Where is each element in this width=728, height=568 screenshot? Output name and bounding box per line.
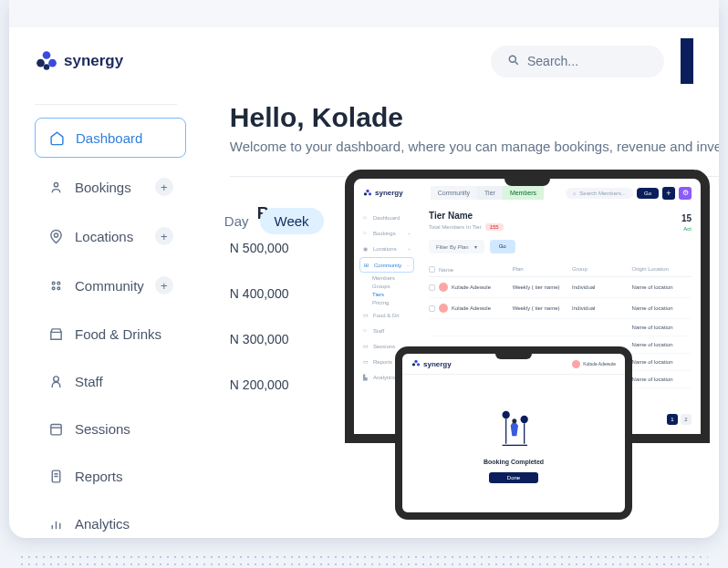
community-icon: ⊞ [364,262,370,268]
mini-tab-tier[interactable]: Tier [477,186,503,200]
logo-mark-icon [35,49,58,73]
table-row[interactable]: Kolade Adewole Weekly ( tier name)Indivi… [429,298,692,319]
page-subtitle: Welcome to your dashboard, where you can… [230,139,719,154]
mini-tab-members[interactable]: Members [503,186,544,200]
svg-point-21 [366,189,369,191]
range-label-day[interactable]: Day [224,213,249,229]
svg-point-22 [364,192,367,195]
page-2[interactable]: 2 [681,414,692,425]
svg-point-9 [57,282,59,284]
brand-name: synergy [64,52,123,70]
tablet-logo: synergy [411,359,452,368]
avatar [439,283,448,292]
search-placeholder: Search... [527,54,578,68]
sidebar-item-food[interactable]: Food & Drinks [35,315,186,353]
expand-icon[interactable]: + [407,231,411,236]
sidebar-item-sessions[interactable]: Sessions [35,409,186,448]
search-icon: ⌕ [573,191,577,196]
page-1[interactable]: 1 [667,414,678,425]
collapse-icon[interactable]: − [406,263,410,268]
svg-point-2 [48,59,57,67]
search-submit-button[interactable] [681,38,693,84]
chevron-down-icon: ▾ [474,243,477,250]
calendar-icon [47,420,64,437]
avatar [572,360,580,368]
corner-status: Act [683,226,692,232]
mini-nav-bookings[interactable]: ○Bookings+ [359,226,414,240]
mini-search-input[interactable]: ⌕ Search Members... [566,188,633,199]
corner-count: 15 [681,213,692,223]
checkbox[interactable] [429,305,435,312]
mini-nav-staff[interactable]: ○Staff [359,324,414,337]
pin-icon [47,228,64,244]
add-button[interactable]: + [662,187,675,200]
search-input[interactable]: Search... [491,46,664,77]
sidebar-item-dashboard[interactable]: Dashboard [35,118,186,158]
mini-sub-tiers[interactable]: Tiers [359,292,414,297]
chart-range-tabs: Day Week [224,208,324,234]
document-icon: ▭ [363,358,369,365]
sidebar-item-bookings[interactable]: Bookings + [35,167,186,207]
header: synergy Search... [9,27,719,98]
mini-go-button[interactable]: Go [637,188,659,199]
svg-point-23 [369,192,371,195]
person-icon [47,179,64,195]
home-icon: ⌂ [363,214,369,221]
person-icon: ○ [363,230,369,236]
mini-sub-pricing[interactable]: Pricing [359,300,414,305]
sidebar-item-staff[interactable]: Staff [35,362,186,400]
expand-icon[interactable]: + [155,276,173,294]
avatar [439,304,448,313]
filter-dropdown[interactable]: Filter By Plan ▾ [429,240,484,253]
expand-icon[interactable]: + [407,246,411,252]
sidebar-item-reports[interactable]: Reports [35,457,186,495]
range-tab-week[interactable]: Week [260,208,324,234]
mini-tab-community[interactable]: Community [431,186,477,200]
sidebar-item-analytics[interactable]: Analytics [35,504,186,538]
svg-point-11 [57,286,59,289]
pagination: 1 2 [667,414,692,425]
mini-nav-food[interactable]: ▭Food & Dri [359,308,414,322]
mini-nav-community[interactable]: ⊞Community− [359,257,414,273]
done-button[interactable]: Done [489,472,538,483]
table-row[interactable]: Kolade Adewole Weekly ( tier name)Indivi… [429,277,692,298]
mini-sub-groups[interactable]: Groups [359,284,414,289]
chart-icon [47,515,64,532]
svg-point-27 [503,410,510,418]
document-icon [47,468,64,484]
expand-icon[interactable]: + [155,227,173,245]
checkbox[interactable] [429,266,435,273]
filter-go-button[interactable]: Go [490,240,515,253]
mini-sub-members[interactable]: Members [359,275,414,281]
mini-nav-locations[interactable]: ◉Locations+ [359,242,414,255]
tier-title: Tier Name [429,211,692,221]
mini-nav-dashboard[interactable]: ⌂Dashboard [359,211,414,224]
checkbox[interactable] [429,284,435,291]
app-window: synergy Search... Dashboard Bookings + [9,0,719,538]
svg-point-12 [53,376,58,381]
sidebar-label: Bookings [75,180,131,195]
tablet-user[interactable]: Kolade Adewole [572,360,616,368]
table-row[interactable]: Name of location [429,319,692,336]
sidebar-item-community[interactable]: Community + [35,265,186,305]
chart-icon: ▙ [363,374,369,380]
svg-point-24 [414,360,417,363]
tier-count-badge: 155 [485,223,504,231]
brand-logo[interactable]: synergy [35,49,123,73]
sidebar-item-locations[interactable]: Locations + [35,216,186,256]
svg-point-25 [412,363,415,366]
mini-tabs: Community Tier Members [431,186,544,200]
tablet-mockup: synergy Kolade Adewole Booking Completed… [395,346,641,538]
svg-point-4 [509,56,515,62]
expand-icon[interactable]: + [155,178,173,196]
sidebar-label: Locations [75,229,133,244]
gear-icon: ⚙ [682,189,689,197]
sidebar-label: Food & Drinks [75,326,161,342]
page-title: Hello, Kolade [230,102,719,133]
user-icon: ○ [363,327,369,334]
svg-point-6 [54,182,57,186]
store-icon [47,325,64,342]
settings-button[interactable]: ⚙ [679,187,692,200]
user-icon [47,373,64,389]
svg-point-10 [52,286,55,289]
